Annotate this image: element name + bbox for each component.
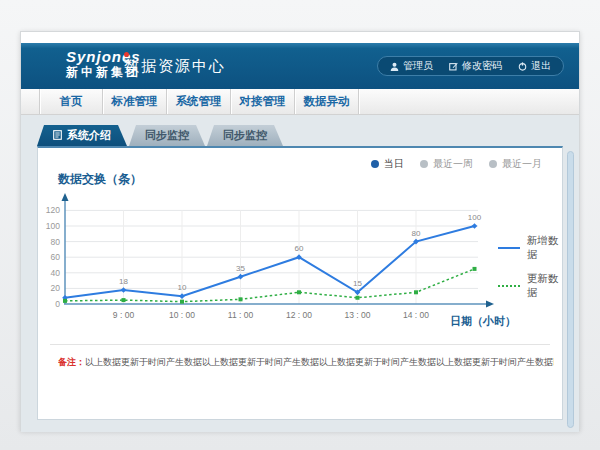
filter-today[interactable]: 当日 (371, 157, 404, 171)
app-window: Synjones 新中新集团 数据资源中心 管理员 修改密码 (20, 31, 580, 431)
svg-text:60: 60 (295, 244, 304, 253)
blue-line-icon (498, 247, 520, 249)
tab-bar: 系统介绍 同步监控 同步监控 (37, 125, 285, 146)
logout-label: 退出 (531, 59, 551, 73)
filter-label: 最近一月 (502, 157, 542, 171)
svg-text:9 : 00: 9 : 00 (113, 310, 135, 320)
tab-label: 同步监控 (145, 128, 189, 143)
header-bar: Synjones 新中新集团 数据资源中心 管理员 修改密码 (21, 43, 579, 89)
nav-item-system-mgmt[interactable]: 系统管理 (167, 89, 231, 114)
svg-text:120: 120 (46, 205, 60, 215)
svg-text:35: 35 (236, 264, 245, 273)
svg-text:13 : 00: 13 : 00 (345, 310, 371, 320)
legend-label: 更新数据 (527, 272, 562, 300)
svg-text:14 : 00: 14 : 00 (403, 310, 429, 320)
svg-text:18: 18 (119, 277, 128, 286)
tab-label: 系统介绍 (67, 128, 111, 143)
tab-system-intro[interactable]: 系统介绍 (37, 125, 127, 146)
chart-legend: 新增数据 更新数据 (498, 234, 562, 300)
nav-item-data-change[interactable]: 数据异动 (295, 89, 359, 114)
svg-text:100: 100 (468, 213, 482, 222)
legend-item-updated-data: 更新数据 (498, 272, 562, 300)
svg-text:10 : 00: 10 : 00 (169, 310, 195, 320)
note-text: 以上数据更新于时间产生数据以上数据更新于时间产生数据以上数据更新于时间产生数据以… (85, 357, 554, 367)
svg-text:10: 10 (178, 283, 187, 292)
filter-last-month[interactable]: 最近一月 (489, 157, 542, 171)
svg-text:80: 80 (51, 237, 61, 247)
radio-selected-icon (371, 160, 379, 168)
y-axis-title: 数据交换（条） (58, 171, 142, 188)
svg-text:0: 0 (55, 299, 60, 309)
filter-label: 当日 (384, 157, 404, 171)
change-password-label: 修改密码 (462, 59, 502, 73)
svg-text:100: 100 (46, 221, 60, 231)
user-menu: 管理员 修改密码 退出 (377, 56, 564, 76)
line-chart: 0204060801001209 : 0010 : 0011 : 0012 : … (38, 192, 538, 334)
change-password-button[interactable]: 修改密码 (449, 59, 502, 73)
page-title: 数据资源中心 (124, 57, 226, 76)
logout-button[interactable]: 退出 (518, 59, 551, 73)
filter-label: 最近一周 (433, 157, 473, 171)
chart-panel: 当日 最近一周 最近一月 数据交换（条） 0204060801001209 : … (37, 146, 563, 420)
footer-note: 备注：以上数据更新于时间产生数据以上数据更新于时间产生数据以上数据更新于时间产生… (58, 355, 554, 369)
tab-sync-monitor-1[interactable]: 同步监控 (129, 125, 205, 146)
filter-last-week[interactable]: 最近一周 (420, 157, 473, 171)
user-icon (390, 62, 399, 71)
green-dotted-line-icon (498, 285, 520, 287)
note-divider (50, 344, 550, 345)
svg-text:20: 20 (51, 283, 61, 293)
svg-text:40: 40 (51, 268, 61, 278)
document-icon (53, 130, 62, 142)
edit-icon (449, 62, 458, 71)
main-nav: 首页 标准管理 系统管理 对接管理 数据异动 (21, 89, 579, 115)
svg-text:15: 15 (353, 279, 362, 288)
svg-text:80: 80 (412, 229, 421, 238)
radio-unselected-icon (420, 160, 428, 168)
note-label: 备注： (58, 357, 85, 367)
nav-item-standard-mgmt[interactable]: 标准管理 (103, 89, 167, 114)
scrollbar[interactable] (567, 151, 574, 428)
legend-label: 新增数据 (527, 234, 562, 262)
user-admin-button[interactable]: 管理员 (390, 59, 433, 73)
user-admin-label: 管理员 (403, 59, 433, 73)
tab-sync-monitor-2[interactable]: 同步监控 (207, 125, 283, 146)
radio-unselected-icon (489, 160, 497, 168)
svg-text:11 : 00: 11 : 00 (228, 310, 254, 320)
nav-item-integration-mgmt[interactable]: 对接管理 (231, 89, 295, 114)
svg-text:60: 60 (51, 252, 61, 262)
svg-text:12 : 00: 12 : 00 (286, 310, 312, 320)
nav-item-home[interactable]: 首页 (39, 89, 103, 114)
legend-item-new-data: 新增数据 (498, 234, 562, 262)
content-area: 系统介绍 同步监控 同步监控 当日 最近一周 (21, 115, 579, 432)
range-filter-group: 当日 最近一周 最近一月 (371, 157, 542, 171)
power-icon (518, 62, 527, 71)
tab-label: 同步监控 (223, 128, 267, 143)
